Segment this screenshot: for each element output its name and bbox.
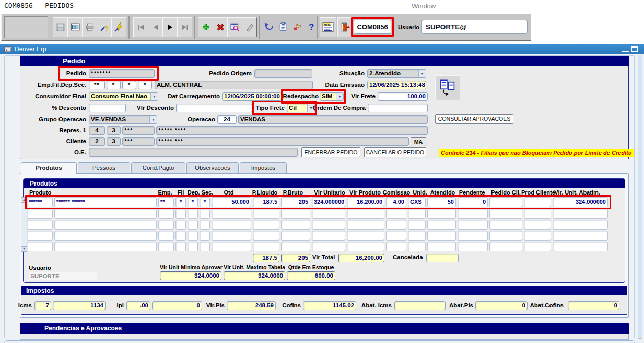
cell-sec[interactable]: * <box>200 197 210 207</box>
vlr-frete-field[interactable]: 100.00 <box>378 92 428 101</box>
sec-field[interactable]: * <box>138 81 152 89</box>
dat-carregamento-field[interactable]: 12/06/2025 00:00:00 <box>222 92 282 101</box>
consultar-aprovacoes-button[interactable]: CONSULTAR APROVACOES <box>435 114 513 124</box>
cell-emp[interactable]: ** <box>158 197 174 207</box>
add-record-button[interactable] <box>198 17 213 37</box>
abat-cofins-field[interactable]: 0 <box>568 301 619 310</box>
icms-valor-field[interactable]: 1134 <box>53 301 106 310</box>
cell-comissao[interactable]: 4.00 <box>386 197 406 207</box>
cell-fil[interactable]: * <box>175 197 186 207</box>
pendencias-section-header: Pendencias e Aprovacoes <box>20 323 629 334</box>
program-code-field[interactable]: COM0856 <box>354 20 391 34</box>
chevron-down-icon[interactable]: ▼ <box>336 93 343 100</box>
tab-produtos[interactable]: Produtos <box>21 162 77 174</box>
ordem-compra-field[interactable] <box>368 104 428 112</box>
cell-produto[interactable]: ****** <box>27 197 53 207</box>
cell-emp <box>158 220 174 230</box>
search-window-button[interactable] <box>227 17 242 37</box>
cell-dep <box>188 209 198 219</box>
cell-produto <box>27 242 53 251</box>
vlr-unit-maximo-field: 324.0000 <box>224 271 285 280</box>
clipboard-button[interactable] <box>276 17 290 36</box>
vlr-pis-field[interactable]: 248.59 <box>227 301 276 310</box>
cancelada-field <box>426 254 459 262</box>
cell-emp <box>158 209 174 219</box>
col-qtd: Qtd <box>213 189 244 196</box>
cell-qtd <box>212 220 251 230</box>
cell-prod-cliente[interactable] <box>524 197 551 207</box>
tab-observacoes[interactable]: Observacoes <box>186 162 239 174</box>
ipi-valor-field[interactable]: 0 <box>152 301 202 310</box>
cell-pedido-cli <box>489 220 522 230</box>
deposito-nome-field: ALM. CENTRAL <box>155 81 313 89</box>
cell-unid <box>408 242 426 251</box>
encerrar-pedido-button[interactable]: ENCERRAR PEDIDO <box>301 147 360 157</box>
undo-button[interactable] <box>262 17 276 36</box>
cell-unid[interactable]: CXS <box>408 197 426 207</box>
oe-label: O.E. <box>20 148 86 157</box>
usuario-input[interactable]: SUPORTE@ <box>421 20 528 34</box>
cofins-field[interactable]: 1145.02 <box>303 301 356 310</box>
exit-button[interactable] <box>337 17 353 37</box>
operacao-codigo-field[interactable]: 24 <box>217 115 237 124</box>
ipi-aliquota-field[interactable]: .00 <box>126 301 150 310</box>
operacao-label: Operacao <box>182 115 215 124</box>
cell-pedido-cli[interactable] <box>489 197 522 207</box>
vlr-frete-label: Vlr Frete <box>347 92 376 101</box>
pct-desconto-field[interactable] <box>89 104 126 112</box>
cell-vlr-produto[interactable]: 16,200.00 <box>347 197 384 207</box>
abat-pis-field[interactable]: 0 <box>475 301 528 310</box>
cell-vlr-unitario[interactable]: 324.000000 <box>312 197 345 207</box>
commit-hand-button[interactable] <box>290 17 304 36</box>
usuario-toolbar-label: Usuario <box>398 24 419 30</box>
menu-button[interactable]: Menu <box>320 17 336 37</box>
screen-button[interactable] <box>67 17 83 37</box>
first-record-icon <box>137 24 145 30</box>
copy-order-button[interactable] <box>435 75 460 100</box>
cancelar-pedido-button[interactable]: CANCELAR O PEDIDO <box>364 147 426 157</box>
cell-pendente[interactable]: 0 <box>458 197 488 207</box>
cell-fil <box>175 242 186 251</box>
data-emissao-field[interactable]: 12/06/2025 15:13:48 <box>367 81 426 89</box>
cell-dep[interactable]: * <box>188 197 198 207</box>
repres-label: Repres. 1 <box>20 126 86 135</box>
chevron-down-icon[interactable]: ▼ <box>418 70 426 77</box>
maximize-button[interactable] <box>631 46 638 52</box>
abat-icms-field[interactable] <box>394 301 446 310</box>
cell-atendido[interactable]: 50 <box>427 197 456 207</box>
toolbar-separator <box>128 16 130 39</box>
cell-emp <box>158 242 174 251</box>
tab-cond-pagto[interactable]: Cond.Pagto <box>131 162 185 174</box>
clipboard-icon <box>278 22 288 31</box>
execute-query-button[interactable] <box>111 17 126 37</box>
chevron-down-icon[interactable]: ▼ <box>149 116 157 123</box>
cell-pbruto[interactable]: 205 <box>281 197 310 207</box>
cell-pendente <box>458 231 488 241</box>
grupo-operacao-dropdown[interactable]: VE-VENDAS▼ <box>89 115 157 124</box>
col-comissao: Comissao <box>382 189 411 196</box>
redespacho-dropdown[interactable]: SIM▼ <box>320 92 344 101</box>
consumidor-final-dropdown[interactable]: Consumo Final Nao▼ <box>89 92 158 101</box>
next-record-button[interactable] <box>162 17 178 37</box>
grid-scroll-down-icon[interactable]: ▼ <box>21 246 27 252</box>
cell-pliquido[interactable]: 187.5 <box>253 197 279 207</box>
minimize-button[interactable] <box>622 47 629 52</box>
situacao-dropdown[interactable]: 2-Atendido▼ <box>367 69 426 78</box>
emp-field[interactable]: ** <box>89 81 105 89</box>
ma-button[interactable]: MA <box>411 137 426 146</box>
tab-impostos[interactable]: Impostos <box>240 162 287 174</box>
col-vlr-produto: Vlr Produto <box>347 189 383 196</box>
delete-record-button[interactable] <box>213 17 228 37</box>
chevron-down-icon[interactable]: ▼ <box>150 93 158 100</box>
cell-qtd[interactable]: 50.000 <box>212 197 251 207</box>
icms-aliquota-field[interactable]: 7 <box>34 301 51 310</box>
tab-pessoas[interactable]: Pessoas <box>78 162 130 174</box>
dep-field[interactable]: * <box>122 81 136 89</box>
query-help-button[interactable]: ? <box>97 17 112 37</box>
fil-field[interactable]: * <box>107 81 121 89</box>
vlr-desconto-field[interactable] <box>176 104 252 112</box>
grid-scroll-up-icon[interactable]: ▲ <box>21 197 27 203</box>
cell-vlr-unit-abatim[interactable]: 324.000000 <box>553 197 608 207</box>
menu-window[interactable]: Window <box>412 2 436 10</box>
cell-descricao[interactable]: ****** ****** <box>54 197 157 207</box>
